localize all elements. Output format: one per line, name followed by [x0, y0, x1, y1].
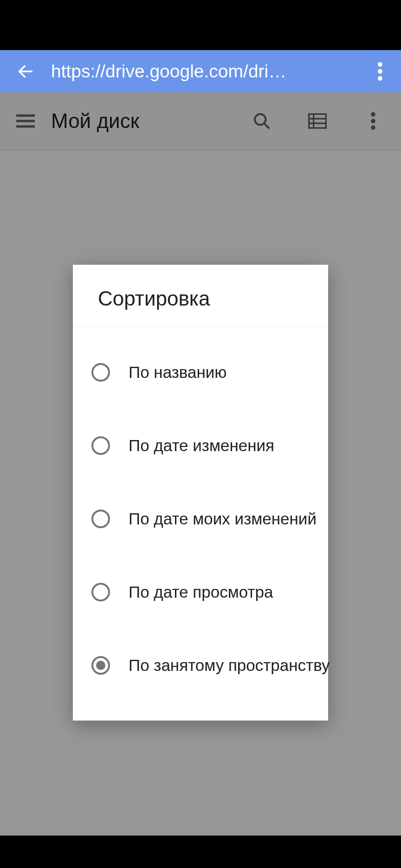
- radio-label: По дате изменения: [129, 436, 274, 455]
- radio-label: По названию: [129, 363, 227, 382]
- sort-dialog: Сортировка По названию По дате изменения…: [73, 265, 328, 721]
- sort-option-viewed[interactable]: По дате просмотра: [90, 555, 311, 629]
- app-area: Мой диск: [0, 92, 401, 836]
- sort-option-name[interactable]: По названию: [90, 336, 311, 409]
- sort-option-my-modified[interactable]: По дате моих изменений: [90, 482, 311, 555]
- sort-option-modified[interactable]: По дате изменения: [90, 409, 311, 482]
- radio-icon: [91, 363, 110, 382]
- browser-menu-button[interactable]: [359, 50, 401, 92]
- back-button[interactable]: [0, 50, 51, 92]
- dialog-body: По названию По дате изменения По дате мо…: [73, 326, 328, 721]
- dialog-title: Сортировка: [98, 287, 310, 310]
- radio-label: По дате просмотра: [129, 583, 273, 601]
- dialog-header: Сортировка: [73, 265, 328, 326]
- url-text[interactable]: https://drive.google.com/dri…: [51, 61, 359, 82]
- radio-icon: [91, 436, 110, 455]
- letterbox-bottom: [0, 836, 401, 868]
- svg-point-1: [378, 62, 382, 67]
- more-vert-icon: [378, 62, 382, 81]
- radio-label: По занятому пространству: [129, 656, 330, 675]
- sort-option-storage[interactable]: По занятому пространству: [90, 629, 311, 702]
- browser-bar: https://drive.google.com/dri…: [0, 50, 401, 92]
- viewport: https://drive.google.com/dri… Мой диск: [0, 0, 401, 868]
- arrow-left-icon: [16, 62, 35, 81]
- radio-icon: [91, 656, 110, 675]
- svg-point-2: [378, 69, 382, 74]
- radio-icon: [91, 510, 110, 528]
- radio-label: По дате моих изменений: [129, 510, 317, 528]
- letterbox-top: [0, 0, 401, 50]
- svg-point-3: [378, 76, 382, 81]
- radio-icon: [91, 583, 110, 601]
